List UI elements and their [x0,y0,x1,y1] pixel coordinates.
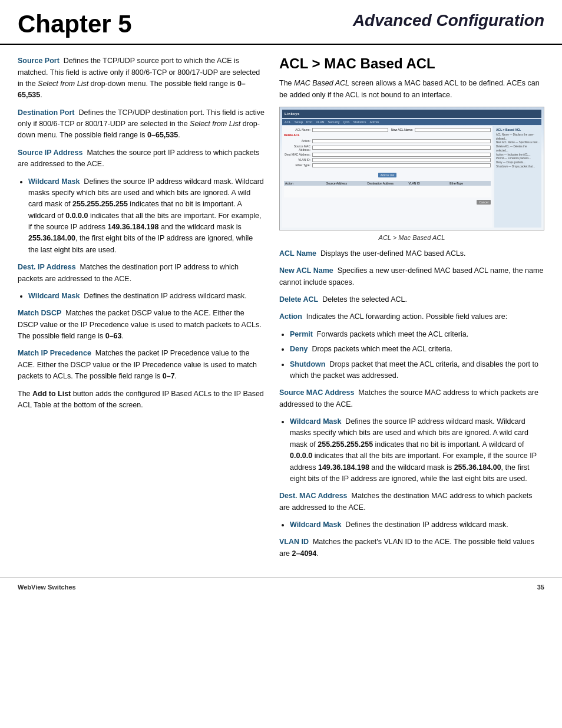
ss-dst-mac-row: Dest MAC Address: [284,153,491,157]
match-dscp-para: Match DSCP Matches the packet DSCP value… [18,308,265,342]
ss-action-input [312,139,491,143]
acl-name-def: ACL Name Displays the user-defined MAC b… [279,248,544,259]
ss-action-section: Action: Source MAC Address: Dest MAC Add… [284,139,491,167]
footer-page: 35 [537,584,544,591]
ss-th-action: Action [285,182,325,185]
match-ip-prec-term: Match IP Precedence [18,349,91,357]
delete-acl-term: Delete ACL [279,295,318,304]
ss-nav-vlan: VLAN [316,120,324,124]
add-to-list-para: The Add to List button adds the configur… [18,388,265,411]
wildcard-term-3: Wildcard Mask [290,417,341,426]
dst-mac-term: Dest. MAC Address [279,492,348,500]
ss-delete-row: Delete ACL [284,133,491,137]
content-area: Source Port Defines the TCP/UDP source p… [0,55,562,565]
ss-dst-mac-input [312,153,491,157]
chapter-title: Chapter 5 [18,11,132,38]
deny-term: Deny [290,345,308,353]
dst-mac-wildcard-list: Wildcard Mask Defines the destination IP… [290,519,544,531]
ss-src-mac-label: Source MAC Address: [284,144,310,151]
ss-vlan-row: VLAN ID: [284,158,491,162]
acl-intro: The MAC Based ACL screen allows a MAC ba… [279,78,544,101]
source-wildcard-list: Wildcard Mask Defines the source IP addr… [28,176,265,256]
deny-item: Deny Drops packets which meet the ACL cr… [290,344,544,355]
screenshot-caption: ACL > Mac Based ACL [279,234,544,241]
dest-wildcard-item: Wildcard Mask Defines the destination IP… [28,291,265,302]
action-term: Action [279,312,302,321]
source-ip-term: Source IP Address [18,149,82,157]
ss-sidebar-title: ACL > Based ACL [496,128,540,132]
ss-new-acl-label: New ACL Name: [391,128,413,131]
src-mac-wildcard-item: Wildcard Mask Defines the source IP addr… [290,416,544,485]
new-acl-name-def: New ACL Name Specifies a new user-define… [279,265,544,288]
ss-topbar-text: Linksys [285,112,300,116]
wildcard-term-1: Wildcard Mask [28,177,80,186]
dest-ip-para: Dest. IP Address Matches the destination… [18,262,265,285]
ss-src-mac-input [312,146,491,150]
dest-ip-term: Dest. IP Address [18,263,76,271]
source-wildcard-item: Wildcard Mask Defines the source IP addr… [28,176,265,256]
dest-port-term: Destination Port [18,108,75,117]
footer-brand: WebView Switches [18,584,76,591]
source-port-term: Source Port [18,57,59,65]
match-ip-prec-para: Match IP Precedence Matches the packet I… [18,348,265,382]
ss-acl-name-label: ACL Name: [284,128,310,131]
permit-item: Permit Forwards packets which meet the A… [290,329,544,340]
acl-screenshot: Linksys ACL Setup Port VLAN Security QoS… [279,107,544,230]
src-mac-def: Source MAC Address Matches the source MA… [279,387,544,410]
ss-table-header: Action Source Address Destination Addres… [284,181,491,186]
ss-table-body [284,186,491,197]
add-to-list-button-ref: Add to List [32,390,71,398]
ss-ether-label: Ether Type: [284,163,310,167]
ss-delete-acl-label: Delete ACL [284,133,300,137]
ss-src-mac-row: Source MAC Address: [284,144,491,151]
shutdown-term: Shutdown [290,360,325,368]
wildcard-term-2: Wildcard Mask [28,292,80,300]
ss-dst-mac-label: Dest MAC Address: [284,153,310,156]
ss-nav-security: Security [328,120,340,124]
src-mac-term: Source MAC Address [279,388,354,397]
dest-port-para: Destination Port Defines the TCP/UDP des… [18,107,265,141]
dest-wildcard-list: Wildcard Mask Defines the destination IP… [28,291,265,302]
page-footer: WebView Switches 35 [0,577,562,597]
dst-mac-def: Dest. MAC Address Matches the destinatio… [279,490,544,513]
ss-th-vlan-id: VLAN ID [408,182,448,185]
ss-nav-acl: ACL [285,120,291,124]
ss-vlan-label: VLAN ID: [284,158,310,162]
ss-add-list-btn-area: Add to List [284,169,491,179]
source-port-para: Source Port Defines the TCP/UDP source p… [18,55,265,101]
action-def: Action Indicates the ACL forwarding acti… [279,311,544,322]
ss-nav-qos: QoS [343,120,349,124]
delete-acl-def: Delete ACL Deletes the selected ACL. [279,294,544,305]
ss-nav-stats: Statistics [353,120,366,124]
ss-nav: ACL Setup Port VLAN Security QoS Statist… [282,119,541,125]
dst-mac-wildcard-item: Wildcard Mask Defines the destination IP… [290,519,544,531]
ss-th-dest: Destination Address [368,182,408,185]
ss-ether-input [312,163,491,167]
right-column: ACL > MAC Based ACL The MAC Based ACL sc… [279,55,544,565]
new-acl-name-term: New ACL Name [279,266,333,275]
ss-action-row: Action: [284,139,491,143]
ss-main: ACL Name: New ACL Name: Delete ACL Actio… [282,126,492,228]
shutdown-item: Shutdown Drops packet that meet the ACL … [290,359,544,382]
match-dscp-term: Match DSCP [18,309,61,317]
ss-nav-port: Port [306,120,312,124]
left-column: Source Port Defines the TCP/UDP source p… [18,55,265,565]
ss-acl-name-row: ACL Name: New ACL Name: [284,128,491,132]
action-list: Permit Forwards packets which meet the A… [290,329,544,382]
ss-nav-setup: Setup [295,120,303,124]
vlan-id-term: VLAN ID [279,538,309,546]
acl-section-title: ACL > MAC Based ACL [279,55,544,72]
ss-acl-name-input [312,128,388,132]
ss-nav-admin: Admin [369,120,379,124]
ss-cancel-btn: Cancel [477,200,491,205]
ss-th-source: Source Address [326,182,366,185]
permit-term: Permit [290,330,313,338]
ss-body: ACL Name: New ACL Name: Delete ACL Actio… [282,126,541,228]
source-ip-para: Source IP Address Matches the source por… [18,147,265,170]
ss-new-acl-input [415,128,491,132]
page-header: Chapter 5 Advanced Configuration [0,0,562,45]
ss-vlan-input [312,158,491,162]
ss-ether-row: Ether Type: [284,163,491,167]
screenshot-inner: Linksys ACL Setup Port VLAN Security QoS… [280,107,544,230]
ss-sidebar: ACL > Based ACL ACL Name — Displays the … [494,126,541,228]
